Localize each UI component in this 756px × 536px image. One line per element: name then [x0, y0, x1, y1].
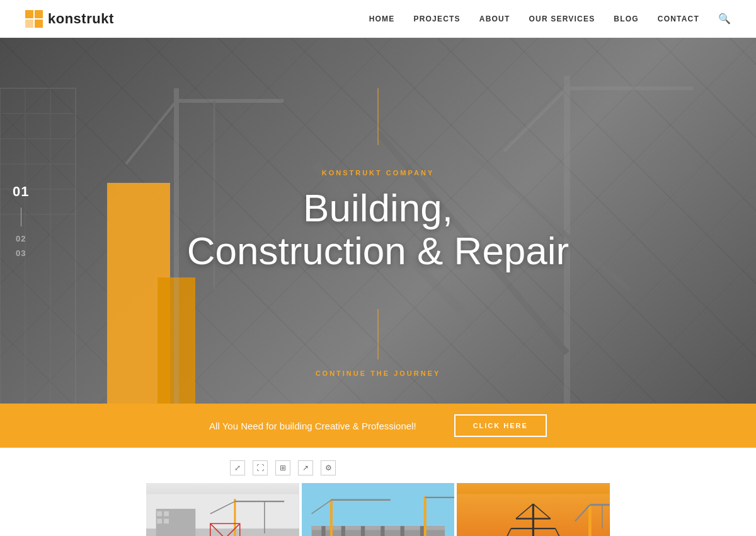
- site-header: konstrukt HOME PROJECTS ABOUT OUR SERVIC…: [0, 0, 756, 38]
- gallery-section: ⤢ ⛶ ⊞ ↗ ⚙: [0, 448, 756, 536]
- nav-home[interactable]: HOME: [369, 15, 395, 23]
- main-nav: HOME PROJECTS ABOUT OUR SERVICES BLOG CO…: [369, 13, 731, 25]
- toolbar-expand-icon[interactable]: ⤢: [230, 460, 245, 475]
- hero-content: KONSTRUKT COMPANY Building, Construction…: [158, 169, 598, 272]
- toolbar-share-icon[interactable]: ↗: [298, 460, 313, 475]
- svg-rect-39: [341, 526, 345, 536]
- gallery-item-3[interactable]: [457, 483, 610, 536]
- gallery-item-1[interactable]: [146, 483, 299, 536]
- search-button[interactable]: 🔍: [718, 13, 731, 25]
- toolbar-fullscreen-icon[interactable]: ⛶: [253, 460, 268, 475]
- svg-rect-42: [400, 526, 404, 536]
- promo-banner: All You Need for building Creative & Pro…: [0, 404, 756, 448]
- svg-rect-40: [361, 526, 365, 536]
- slide-divider: [21, 207, 21, 226]
- svg-rect-43: [420, 526, 424, 536]
- svg-rect-41: [381, 526, 384, 536]
- slide-counter: 01 02 03: [13, 184, 29, 258]
- svg-rect-25: [164, 519, 169, 524]
- gallery-item-2[interactable]: [302, 483, 455, 536]
- hero-title: Building, Construction & Repair: [158, 187, 598, 272]
- hero-cta: CONTINUE THE JOURNEY: [316, 367, 441, 378]
- banner-text: All You Need for building Creative & Pro…: [209, 421, 416, 431]
- svg-rect-22: [157, 511, 162, 516]
- slide-2: 02: [16, 234, 26, 243]
- hero-vline-bottom: [378, 309, 379, 359]
- logo-link[interactable]: konstrukt: [25, 10, 114, 28]
- svg-line-2: [126, 101, 176, 164]
- nav-services[interactable]: OUR SERVICES: [529, 15, 595, 23]
- toolbar-settings-icon[interactable]: ⚙: [321, 460, 336, 475]
- hero-subtitle: KONSTRUKT COMPANY: [158, 169, 598, 177]
- logo-icon: [25, 10, 43, 28]
- nav-about[interactable]: ABOUT: [479, 15, 510, 23]
- svg-rect-38: [321, 526, 325, 536]
- nav-blog[interactable]: BLOG: [614, 15, 638, 23]
- gallery-grid: [0, 483, 756, 536]
- hero-cta-link[interactable]: CONTINUE THE JOURNEY: [316, 370, 441, 377]
- nav-contact[interactable]: CONTACT: [658, 15, 699, 23]
- hero-vline-top: [378, 88, 379, 145]
- svg-rect-23: [164, 511, 169, 516]
- svg-rect-10: [0, 88, 76, 404]
- hero-section: 01 02 03 KONSTRUKT COMPANY Building, Con…: [0, 38, 756, 404]
- hero-title-line1: Building,: [303, 186, 453, 230]
- slide-3: 03: [16, 248, 26, 258]
- svg-rect-24: [157, 519, 162, 524]
- nav-projects[interactable]: PROJECTS: [414, 15, 461, 23]
- slide-active: 01: [13, 184, 29, 200]
- gallery-toolbar: ⤢ ⛶ ⊞ ↗ ⚙: [0, 460, 756, 475]
- banner-cta-button[interactable]: CLICK HERE: [454, 414, 547, 437]
- hero-title-line2: Construction & Repair: [187, 229, 570, 272]
- svg-line-6: [504, 88, 567, 151]
- toolbar-grid-icon[interactable]: ⊞: [275, 460, 290, 475]
- logo-text: konstrukt: [48, 11, 114, 27]
